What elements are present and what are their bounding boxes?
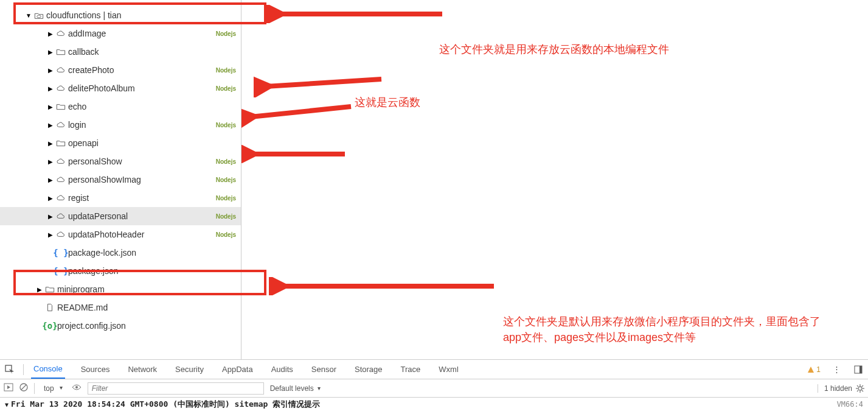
nodejs-badge: Nodejs bbox=[216, 195, 236, 202]
clear-console-icon[interactable] bbox=[19, 383, 28, 393]
tab-wxml[interactable]: Wxml bbox=[436, 360, 461, 379]
arrow-icon bbox=[241, 145, 351, 163]
cloud-icon bbox=[55, 175, 67, 184]
tree-item[interactable]: ▶callback bbox=[0, 43, 241, 61]
chevron-right-icon: ▶ bbox=[46, 122, 55, 128]
tree-item[interactable]: ▶createPhotoNodejs bbox=[0, 61, 241, 79]
cloud-icon bbox=[55, 194, 67, 202]
console-toolbar: top Default levels 1 hidden bbox=[0, 379, 868, 398]
svg-rect-8 bbox=[859, 366, 862, 373]
annotation-canvas: 这个文件夹就是用来存放云函数的本地编程文件 这就是云函数 这个文件夹是默认用来存… bbox=[241, 0, 868, 359]
tree-item-label: updataPhotoHeader bbox=[67, 230, 216, 239]
console-message-text: Fri Mar 13 2020 18:54:24 GMT+0800 (中国标准时… bbox=[11, 399, 837, 410]
eye-icon[interactable] bbox=[72, 384, 82, 393]
console-message-row[interactable]: ▼ Fri Mar 13 2020 18:54:24 GMT+0800 (中国标… bbox=[0, 398, 868, 411]
nodejs-badge: Nodejs bbox=[216, 177, 236, 183]
tab-sensor[interactable]: Sensor bbox=[309, 360, 339, 379]
hidden-messages[interactable]: 1 hidden bbox=[818, 384, 864, 393]
dock-side-icon[interactable] bbox=[852, 364, 864, 376]
folder-icon bbox=[44, 285, 56, 293]
tree-item[interactable]: ▶miniprogram bbox=[0, 280, 241, 298]
file-icon bbox=[44, 303, 56, 312]
tab-sources[interactable]: Sources bbox=[78, 360, 113, 379]
nodejs-badge: Nodejs bbox=[216, 30, 236, 37]
tree-item[interactable]: ▶echo bbox=[0, 97, 241, 116]
svg-point-0 bbox=[37, 15, 41, 18]
tree-item[interactable]: ▶addImageNodejs bbox=[0, 24, 241, 43]
svg-line-11 bbox=[21, 385, 26, 390]
svg-line-21 bbox=[862, 385, 863, 387]
cloud-icon bbox=[55, 212, 67, 220]
play-icon[interactable] bbox=[4, 382, 13, 394]
chevron-down-icon: ▼ bbox=[24, 12, 33, 19]
tree-item-label: echo bbox=[67, 102, 236, 111]
tree-item[interactable]: { }package.json bbox=[0, 262, 241, 280]
tab-security[interactable]: Security bbox=[173, 360, 206, 379]
chevron-right-icon: ▶ bbox=[46, 49, 55, 55]
kebab-menu-icon[interactable]: ⋮ bbox=[830, 364, 842, 376]
tree-item-label: regist bbox=[67, 193, 216, 203]
jsong-icon: {o} bbox=[44, 321, 56, 331]
filter-input[interactable] bbox=[88, 382, 264, 395]
chevron-right-icon: ▶ bbox=[46, 85, 55, 92]
tree-item[interactable]: ▶openapi bbox=[0, 134, 241, 152]
svg-line-20 bbox=[857, 390, 858, 392]
cloud-icon bbox=[55, 121, 67, 129]
warning-count[interactable]: 1 bbox=[807, 365, 821, 374]
cloud-icon bbox=[55, 84, 67, 93]
tree-item[interactable]: ▶updataPersonalNodejs bbox=[0, 207, 241, 225]
folder-icon bbox=[55, 102, 67, 111]
chevron-right-icon: ▶ bbox=[46, 158, 55, 165]
tree-item[interactable]: ▶registNodejs bbox=[0, 189, 241, 207]
cloud-icon bbox=[55, 230, 67, 239]
nodejs-badge: Nodejs bbox=[216, 231, 236, 238]
chevron-right-icon: ▶ bbox=[46, 30, 55, 37]
log-level-selector[interactable]: Default levels bbox=[270, 384, 321, 393]
tree-item-label: README.md bbox=[56, 303, 236, 312]
tab-storage[interactable]: Storage bbox=[352, 360, 385, 379]
tree-item[interactable]: ▶loginNodejs bbox=[0, 116, 241, 134]
svg-point-12 bbox=[75, 386, 78, 388]
annotation-text-2: 这就是云函数 bbox=[355, 94, 420, 110]
tab-network[interactable]: Network bbox=[125, 360, 159, 379]
chevron-right-icon: ▶ bbox=[46, 231, 55, 238]
tab-trace[interactable]: Trace bbox=[398, 360, 423, 379]
tree-item-label: package.json bbox=[67, 266, 236, 276]
tree-item-label: delitePhotoAlbum bbox=[67, 83, 216, 93]
chevron-right-icon: ▶ bbox=[46, 195, 55, 202]
devtools-panel: ConsoleSourcesNetworkSecurityAppDataAudi… bbox=[0, 360, 868, 411]
nodejs-badge: Nodejs bbox=[216, 213, 236, 220]
devtools-tabs: ConsoleSourcesNetworkSecurityAppDataAudi… bbox=[0, 360, 868, 379]
tab-appdata[interactable]: AppData bbox=[220, 360, 255, 379]
inspect-icon[interactable] bbox=[4, 364, 16, 376]
tree-item[interactable]: ▶personalShowImagNodejs bbox=[0, 170, 241, 189]
tree-item-label: addImage bbox=[67, 29, 216, 38]
tree-item[interactable]: ▶updataPhotoHeaderNodejs bbox=[0, 225, 241, 244]
nodejs-badge: Nodejs bbox=[216, 85, 236, 92]
chevron-right-icon: ▶ bbox=[35, 286, 44, 293]
annotation-text-1: 这个文件夹就是用来存放云函数的本地编程文件 bbox=[439, 41, 669, 57]
console-source-link[interactable]: VM66:4 bbox=[837, 400, 863, 409]
tab-audits[interactable]: Audits bbox=[269, 360, 296, 379]
arrow-icon bbox=[269, 277, 500, 295]
tree-item[interactable]: README.md bbox=[0, 298, 241, 317]
tree-item-label: personalShowImag bbox=[67, 175, 216, 184]
tree-item[interactable]: {o}project.config.json bbox=[0, 317, 241, 335]
svg-line-2 bbox=[266, 79, 381, 86]
tree-root[interactable]: ▼ cloudfunctions | tian bbox=[0, 6, 241, 24]
tree-item[interactable]: { }package-lock.json bbox=[0, 244, 241, 262]
annotation-text-3: 这个文件夹是默认用来存放微信小程序项目的文件夹，里面包含了 app文件、page… bbox=[503, 314, 821, 345]
tab-console[interactable]: Console bbox=[31, 360, 65, 379]
svg-line-3 bbox=[251, 107, 351, 117]
tree-item[interactable]: ▶delitePhotoAlbumNodejs bbox=[0, 79, 241, 97]
cloud-icon bbox=[55, 157, 67, 166]
tree-item[interactable]: ▶personalShowNodejs bbox=[0, 152, 241, 170]
cloud-icon bbox=[55, 66, 67, 74]
svg-line-18 bbox=[857, 385, 858, 387]
tree-root-label: cloudfunctions | tian bbox=[45, 10, 236, 20]
context-selector[interactable]: top bbox=[41, 383, 66, 394]
tree-item-label: login bbox=[67, 120, 216, 130]
chevron-right-icon: ▶ bbox=[46, 104, 55, 110]
json-icon: { } bbox=[55, 248, 67, 258]
folder-icon bbox=[55, 139, 67, 147]
